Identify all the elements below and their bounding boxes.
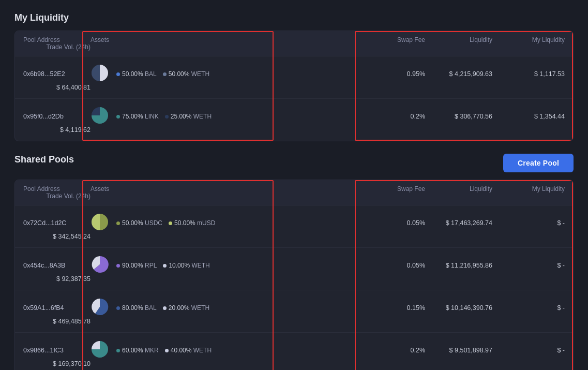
trade-vol-value: $ 92,387.35 [23,275,91,283]
liquidity-value: $ 4,215,909.63 [425,70,492,78]
my-liquidity-section: My Liquidity Pool Address Assets Swap Fe… [14,12,574,141]
col-pool-address: Pool Address [23,36,91,43]
my-liquidity-value: $ - [492,219,565,227]
liquidity-value: $ 306,770.56 [425,113,492,120]
pool-address: 0x59A1...6fB4 [23,304,91,312]
table-row[interactable]: 0x72Cd...1d2C 50.00% USDC 50.00% mUSD 0.… [15,205,573,248]
asset-labels: 50.00% USDC 50.00% mUSD [116,219,353,227]
asset-labels: 60.00% MKR 40.00% WETH [116,347,353,354]
col-assets-sp: Assets [91,185,353,193]
swap-fee: 0.05% [353,219,425,227]
pie-chart [91,106,116,126]
pie-chart [91,213,116,233]
col-liquidity: Liquidity [425,36,492,43]
trade-vol-value: $ 4,119.62 [23,126,91,134]
table-row[interactable]: 0x95f0...d2Db 75.00% LINK 25.00% WETH 0.… [15,99,573,141]
table-row[interactable]: 0x9866...1fC3 60.00% MKR 40.00% WETH 0.2… [15,333,573,370]
swap-fee: 0.95% [353,70,425,78]
asset-labels: 80.00% BAL 20.00% WETH [116,304,353,312]
pool-address: 0x9866...1fC3 [23,347,91,354]
col-swap-fee-sp: Swap Fee [353,185,425,193]
my-liquidity-value: $ - [492,304,565,312]
swap-fee: 0.2% [353,113,425,120]
liquidity-value: $ 11,216,955.86 [425,262,492,269]
trade-vol-value: $ 169,370.10 [23,360,91,367]
pie-chart [91,255,116,275]
table-row[interactable]: 0x454c...8A3B 90.00% RPL 10.00% WETH 0.0… [15,248,573,290]
col-trade-vol: Trade Vol. (24h) [23,43,91,51]
my-liquidity-header: Pool Address Assets Swap Fee Liquidity M… [15,31,573,56]
my-liquidity-value: $ 1,354.44 [492,113,565,120]
col-trade-vol-sp: Trade Vol. (24h) [23,193,91,200]
col-pool-address-sp: Pool Address [23,185,91,193]
shared-pools-header: Pool Address Assets Swap Fee Liquidity M… [15,180,573,205]
swap-fee: 0.15% [353,304,425,312]
shared-pools-table: Pool Address Assets Swap Fee Liquidity M… [14,180,574,370]
pie-chart [91,298,116,318]
col-my-liquidity: My Liquidity [492,36,565,43]
asset-labels: 50.00% BAL 50.00% WETH [116,70,353,78]
col-liquidity-sp: Liquidity [425,185,492,193]
col-swap-fee: Swap Fee [353,36,425,43]
my-liquidity-table: Pool Address Assets Swap Fee Liquidity M… [14,31,574,141]
my-liquidity-value: $ - [492,262,565,269]
table-row[interactable]: 0x59A1...6fB4 80.00% BAL 20.00% WETH 0.1… [15,290,573,333]
pie-chart [91,64,116,84]
liquidity-value: $ 9,501,898.97 [425,347,492,354]
shared-pools-title: Shared Pools [14,154,74,165]
col-assets: Assets [91,36,353,43]
pool-address: 0x454c...8A3B [23,262,91,269]
my-liquidity-title: My Liquidity [14,12,574,23]
liquidity-value: $ 17,463,269.74 [425,219,492,227]
pool-address: 0x6b98...52E2 [23,70,91,78]
my-liquidity-value: $ - [492,347,565,354]
pool-address: 0x72Cd...1d2C [23,219,91,227]
shared-pools-header-row: Shared Pools Create Pool [14,154,574,172]
swap-fee: 0.2% [353,347,425,354]
shared-pools-section: Shared Pools Create Pool Pool Address As… [14,154,574,370]
col-my-liquidity-sp: My Liquidity [492,185,565,193]
trade-vol-value: $ 469,485.78 [23,318,91,325]
asset-labels: 75.00% LINK 25.00% WETH [116,113,353,120]
swap-fee: 0.05% [353,262,425,269]
asset-labels: 90.00% RPL 10.00% WETH [116,262,353,269]
table-row[interactable]: 0x6b98...52E2 50.00% BAL 50.00% WETH 0.9… [15,56,573,99]
trade-vol-value: $ 64,400.81 [23,84,91,91]
create-pool-button[interactable]: Create Pool [503,154,574,172]
trade-vol-value: $ 342,545.24 [23,233,91,240]
my-liquidity-value: $ 1,117.53 [492,70,565,78]
pie-chart [91,340,116,360]
pool-address: 0x95f0...d2Db [23,113,91,120]
liquidity-value: $ 10,146,390.76 [425,304,492,312]
